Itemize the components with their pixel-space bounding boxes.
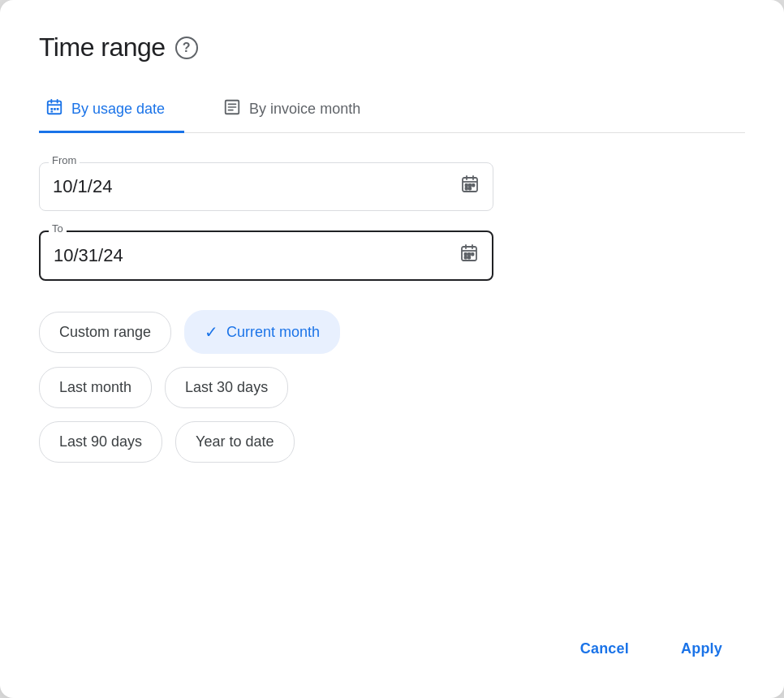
- current-month-check-icon: ✓: [205, 322, 218, 342]
- to-field-wrapper[interactable]: [39, 231, 493, 281]
- quick-select-row-3: Last 90 days Year to date: [39, 421, 745, 463]
- last-month-label: Last month: [59, 379, 131, 396]
- dialog-title: Time range: [39, 32, 166, 62]
- quick-select-row-2: Last month Last 30 days: [39, 367, 745, 408]
- dialog-footer: Cancel Apply: [39, 613, 745, 669]
- tab-invoice-month-label: By invoice month: [249, 101, 360, 118]
- svg-rect-16: [466, 184, 468, 187]
- svg-rect-0: [48, 101, 62, 114]
- current-month-label: Current month: [226, 324, 320, 341]
- to-field-container: To: [39, 231, 493, 281]
- dialog-header: Time range ?: [39, 32, 745, 62]
- custom-range-button[interactable]: Custom range: [39, 312, 171, 353]
- custom-range-label: Custom range: [59, 324, 151, 341]
- to-calendar-icon[interactable]: [459, 243, 479, 268]
- date-fields-section: From: [39, 162, 745, 281]
- svg-rect-18: [472, 184, 475, 187]
- svg-rect-20: [469, 187, 472, 190]
- svg-rect-4: [50, 108, 53, 110]
- svg-rect-26: [468, 253, 471, 256]
- usage-date-calendar-icon: [45, 98, 63, 119]
- tab-by-invoice-month[interactable]: By invoice month: [217, 88, 380, 133]
- invoice-month-icon: [223, 98, 241, 119]
- last-month-button[interactable]: Last month: [39, 367, 152, 408]
- svg-rect-17: [469, 184, 472, 187]
- from-calendar-icon[interactable]: [460, 174, 480, 199]
- svg-rect-6: [54, 108, 56, 110]
- cancel-button[interactable]: Cancel: [558, 629, 652, 669]
- quick-select-row-1: Custom range ✓ Current month: [39, 310, 745, 354]
- tabs-container: By usage date By invoice month: [39, 88, 745, 133]
- from-date-input[interactable]: [53, 176, 460, 197]
- last-30-days-button[interactable]: Last 30 days: [165, 367, 288, 408]
- apply-button[interactable]: Apply: [658, 629, 745, 669]
- year-to-date-button[interactable]: Year to date: [175, 421, 294, 463]
- svg-rect-27: [472, 253, 474, 256]
- last-90-days-button[interactable]: Last 90 days: [39, 421, 162, 463]
- svg-rect-29: [468, 256, 471, 259]
- svg-rect-19: [466, 187, 468, 190]
- last-30-days-label: Last 30 days: [185, 379, 268, 396]
- from-field-container: From: [39, 162, 493, 211]
- quick-select-section: Custom range ✓ Current month Last month …: [39, 310, 745, 463]
- help-icon[interactable]: ?: [175, 37, 198, 59]
- to-date-input[interactable]: [54, 245, 459, 266]
- current-month-button[interactable]: ✓ Current month: [184, 310, 340, 354]
- last-90-days-label: Last 90 days: [59, 433, 142, 450]
- from-field-wrapper[interactable]: [39, 162, 493, 211]
- svg-rect-28: [465, 256, 467, 259]
- time-range-dialog: Time range ? By usage date: [0, 0, 784, 698]
- svg-rect-5: [50, 111, 53, 113]
- tab-usage-date-label: By usage date: [71, 101, 165, 118]
- to-label: To: [49, 222, 67, 235]
- year-to-date-label: Year to date: [196, 433, 274, 450]
- svg-rect-7: [57, 108, 59, 110]
- from-label: From: [49, 154, 80, 166]
- tab-by-usage-date[interactable]: By usage date: [39, 88, 184, 133]
- svg-rect-25: [465, 253, 467, 256]
